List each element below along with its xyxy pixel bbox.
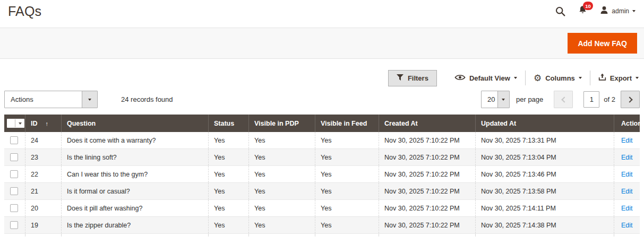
per-page-select[interactable]: 20 <box>481 91 510 108</box>
next-page-button[interactable] <box>621 91 640 108</box>
chevron-down-icon <box>632 10 636 12</box>
row-checkbox[interactable] <box>10 187 18 195</box>
table-row: 22 Can I wear this to the gym? Yes Yes Y… <box>4 166 640 183</box>
cell-updated-at: Nov 30, 2025 7:13:31 PM <box>475 132 614 148</box>
cell-created-at: Nov 30, 2025 7:10:22 PM <box>379 217 475 233</box>
notification-count-badge: 10 <box>583 2 593 10</box>
search-icon[interactable] <box>555 6 565 16</box>
cell-visible-in-feed: Yes <box>315 200 379 216</box>
previous-page-button <box>554 91 573 108</box>
chevron-down-icon <box>514 77 517 79</box>
cell-updated-at: Nov 30, 2025 7:14:11 PM <box>475 200 614 216</box>
edit-link[interactable]: Edit <box>621 137 633 144</box>
current-page-input[interactable] <box>583 91 599 108</box>
select-all-checkbox[interactable] <box>7 119 24 128</box>
cell-updated-at: Nov 30, 2025 7:13:58 PM <box>475 183 614 199</box>
cell-id: 21 <box>25 183 61 199</box>
cell-visible-in-feed: Yes <box>315 166 379 182</box>
chevron-left-icon <box>561 96 567 102</box>
row-checkbox[interactable] <box>10 221 18 229</box>
columns-label: Columns <box>545 74 575 82</box>
filter-funnel-icon <box>397 74 403 82</box>
cell-visible-in-feed: Yes <box>315 149 379 165</box>
table-row: 19 Is the zipper durable? Yes Yes Yes No… <box>4 217 640 234</box>
cell-id: 19 <box>25 217 61 233</box>
row-checkbox[interactable] <box>10 136 18 144</box>
admin-label: admin <box>612 7 629 15</box>
columns-button[interactable]: ⚙ Columns <box>526 71 590 85</box>
page-title: FAQs <box>8 4 41 19</box>
export-label: Export <box>610 74 632 82</box>
gear-icon: ⚙ <box>534 74 542 83</box>
cell-updated-at: Nov 30, 2025 7:13:04 PM <box>475 149 614 165</box>
header-actions: 10 admin <box>555 5 636 17</box>
cell-question: Is it formal or casual? <box>61 183 208 199</box>
sort-ascending-icon: ↑ <box>46 120 49 127</box>
add-new-faq-button[interactable]: Add New FAQ <box>568 33 637 54</box>
column-header-visible-in-pdp[interactable]: Visible in PDP <box>248 115 315 132</box>
total-pages-label: of 2 <box>604 95 615 103</box>
export-icon <box>598 73 606 83</box>
cell-id: 23 <box>25 149 61 165</box>
cell-updated-at: Nov 30, 2025 7:14:38 PM <box>475 217 614 233</box>
cell-created-at: Nov 30, 2025 7:10:22 PM <box>379 132 475 148</box>
cell-question: Can I wear this to the gym? <box>61 166 208 182</box>
cell-created-at: Nov 30, 2025 7:10:22 PM <box>379 149 475 165</box>
admin-menu[interactable]: admin <box>600 6 636 16</box>
cell-visible-in-feed: Yes <box>315 217 379 233</box>
partial-row <box>4 234 640 236</box>
edit-link[interactable]: Edit <box>621 188 633 195</box>
chevron-down-icon <box>19 122 22 125</box>
table-row: 24 Does it come with a warranty? Yes Yes… <box>4 132 640 149</box>
cell-status: Yes <box>208 217 248 233</box>
notifications-button[interactable]: 10 <box>578 5 587 17</box>
grid-body: 24 Does it come with a warranty? Yes Yes… <box>4 132 640 234</box>
column-header-status[interactable]: Status <box>208 115 248 132</box>
edit-link[interactable]: Edit <box>621 154 633 161</box>
cell-visible-in-feed: Yes <box>315 183 379 199</box>
chevron-down-icon <box>502 99 505 101</box>
column-header-created-at[interactable]: Created At <box>379 115 475 132</box>
cell-id: 24 <box>25 132 61 148</box>
edit-link[interactable]: Edit <box>621 222 633 229</box>
column-header-question[interactable]: Question <box>61 115 208 132</box>
export-button[interactable]: Export <box>590 71 640 85</box>
grid-controls: Actions 24 records found 20 per page of … <box>4 91 640 108</box>
cell-id: 20 <box>25 200 61 216</box>
cell-question: Does it pill after washing? <box>61 200 208 216</box>
column-header-visible-in-feed[interactable]: Visible in Feed <box>315 115 379 132</box>
column-header-updated-at[interactable]: Updated At <box>475 115 614 132</box>
table-row: 23 Is the lining soft? Yes Yes Yes Nov 3… <box>4 149 640 166</box>
filters-button[interactable]: Filters <box>388 70 437 86</box>
default-view-button[interactable]: Default View <box>446 71 525 85</box>
faq-admin-page: FAQs 10 admin Add New FAQ Filters <box>0 0 644 237</box>
row-checkbox[interactable] <box>10 153 18 161</box>
cell-visible-in-pdp: Yes <box>248 217 315 233</box>
per-page-value: 20 <box>482 95 495 103</box>
cell-created-at: Nov 30, 2025 7:10:22 PM <box>379 166 475 182</box>
cell-visible-in-pdp: Yes <box>248 166 315 182</box>
page-action-band: Add New FAQ <box>0 28 644 59</box>
grid-header-row: ID ↑ Question Status Visible in PDP Visi… <box>4 115 640 132</box>
cell-updated-at: Nov 30, 2025 7:13:46 PM <box>475 166 614 182</box>
edit-link[interactable]: Edit <box>621 171 633 178</box>
edit-link[interactable]: Edit <box>621 205 633 212</box>
cell-visible-in-pdp: Yes <box>248 149 315 165</box>
row-checkbox[interactable] <box>10 170 18 178</box>
cell-id: 22 <box>25 166 61 182</box>
cell-question: Is the zipper durable? <box>61 217 208 233</box>
chevron-down-icon <box>579 77 582 79</box>
row-checkbox[interactable] <box>10 204 18 212</box>
cell-created-at: Nov 30, 2025 7:10:22 PM <box>379 183 475 199</box>
column-header-id[interactable]: ID ↑ <box>25 115 61 132</box>
chevron-down-icon <box>88 99 91 101</box>
cell-status: Yes <box>208 183 248 199</box>
actions-select[interactable]: Actions <box>4 91 98 108</box>
cell-visible-in-pdp: Yes <box>248 200 315 216</box>
select-caret-button[interactable] <box>82 91 97 108</box>
actions-select-value: Actions <box>5 95 33 103</box>
user-icon <box>600 6 608 16</box>
eye-icon <box>454 74 466 83</box>
select-caret-button[interactable] <box>497 91 509 108</box>
table-row: 21 Is it formal or casual? Yes Yes Yes N… <box>4 183 640 200</box>
